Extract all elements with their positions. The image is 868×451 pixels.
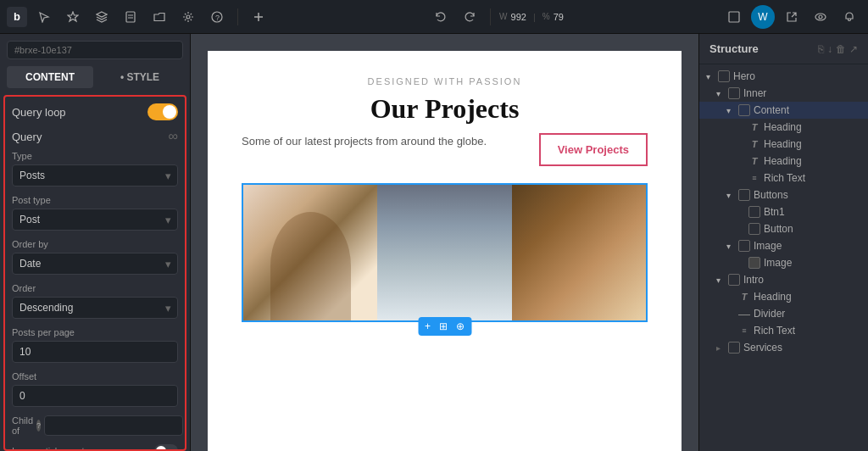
box-icon-services — [728, 342, 740, 354]
offset-label: Offset — [12, 371, 178, 381]
tree-item-services[interactable]: ▸ Services — [699, 339, 868, 356]
chevron-content: ▾ — [726, 106, 737, 115]
tree-label-heading-3: Heading — [764, 155, 802, 167]
post-type-field: Post type Post — [12, 195, 178, 231]
layers-icon[interactable] — [722, 5, 746, 29]
expand-icon[interactable]: ↗ — [849, 43, 858, 55]
page-tool[interactable] — [119, 5, 142, 29]
structure-header: Structure ⎘ ↓ 🗑 ↗ — [699, 34, 868, 64]
tree-item-intro-rich-text[interactable]: ≡ Rich Text — [699, 322, 868, 339]
query-loop-toggle[interactable] — [147, 103, 178, 120]
chevron-inner: ▾ — [716, 89, 726, 98]
type-select[interactable]: Posts — [12, 164, 178, 187]
view-projects-button[interactable]: View Projects — [539, 133, 648, 166]
delete-icon[interactable]: 🗑 — [836, 43, 846, 55]
order-by-label: Order by — [12, 239, 178, 249]
tree-label-heading-1: Heading — [764, 121, 802, 133]
ppp-input[interactable] — [12, 341, 178, 363]
tree-item-image-group[interactable]: ▾ Image — [699, 237, 868, 254]
pct-value: 79 — [554, 12, 564, 22]
tree-label-heading-2: Heading — [764, 138, 802, 150]
tree-item-heading-1[interactable]: T Heading — [699, 119, 868, 136]
t-icon-intro-rt: ≡ — [738, 325, 750, 337]
order-select[interactable]: Descending — [12, 297, 178, 319]
post-type-select[interactable]: Post — [12, 209, 178, 231]
t-icon-rt: ≡ — [748, 172, 760, 184]
notifications-icon[interactable] — [837, 5, 861, 29]
query-section: Query loop Query ∞ Type Posts Post type … — [3, 95, 186, 451]
tree-label-divider: Divider — [754, 308, 785, 320]
external-link-icon[interactable] — [780, 5, 804, 29]
tree-item-intro-heading[interactable]: T Heading — [699, 288, 868, 305]
tree-label-intro-heading: Heading — [754, 291, 792, 303]
tree-label-content: Content — [754, 104, 789, 116]
tab-content[interactable]: CONTENT — [7, 66, 93, 88]
chevron-services: ▸ — [716, 343, 726, 353]
section-desc: Some of our latest projects from around … — [242, 133, 522, 151]
layers-tool[interactable] — [90, 5, 114, 29]
svg-rect-9 — [729, 12, 739, 22]
loop-grid-wrap: + ⊞ ⊕ — [242, 183, 648, 322]
separator — [237, 8, 238, 25]
child-of-label: Child of — [12, 415, 33, 436]
help-tool[interactable]: ? — [205, 5, 229, 29]
infinity-icon[interactable]: ∞ — [169, 129, 178, 144]
order-by-select[interactable]: Date — [12, 253, 178, 275]
star-tool[interactable] — [61, 5, 85, 29]
tree-item-divider[interactable]: — Divider — [699, 305, 868, 322]
separator2 — [490, 8, 491, 25]
child-of-help-icon[interactable]: ? — [36, 420, 41, 432]
order-label: Order — [12, 283, 178, 293]
svg-point-11 — [819, 15, 822, 19]
post-type-select-wrap: Post — [12, 209, 178, 231]
tree-item-hero[interactable]: ▾ Hero — [699, 68, 868, 85]
offset-input[interactable] — [12, 385, 178, 407]
structure-tree: ▾ Hero ▾ Inner ▾ Content T Heading — [699, 64, 868, 451]
post-type-label: Post type — [12, 195, 178, 205]
tree-item-content[interactable]: ▾ Content — [699, 102, 868, 119]
logo[interactable]: b — [7, 7, 27, 27]
tree-item-button[interactable]: Button — [699, 220, 868, 237]
tab-style[interactable]: • STYLE — [97, 66, 183, 88]
tree-label-image: Image — [764, 257, 792, 269]
wordpress-button[interactable]: W — [751, 5, 775, 29]
tree-label-buttons: Buttons — [754, 189, 788, 201]
ignore-sticky-toggle[interactable] — [154, 444, 178, 451]
type-field: Type Posts — [12, 151, 178, 187]
copy-icon[interactable]: ⎘ — [818, 43, 824, 55]
tree-item-heading-3[interactable]: T Heading — [699, 153, 868, 170]
box-icon-content — [738, 104, 750, 116]
right-panel: Structure ⎘ ↓ 🗑 ↗ ▾ Hero ▾ Inner — [698, 34, 868, 451]
settings-tool[interactable] — [176, 5, 200, 29]
child-of-input[interactable] — [44, 415, 183, 436]
tree-item-rich-text[interactable]: ≡ Rich Text — [699, 170, 868, 187]
box-icon-btn1 — [748, 206, 760, 218]
loop-add-button[interactable]: + — [421, 319, 434, 334]
child-of-row: Child of ? + — [12, 415, 178, 436]
download-icon[interactable]: ↓ — [827, 43, 832, 55]
folder-tool[interactable] — [147, 5, 171, 29]
box-icon-intro — [728, 274, 740, 286]
undo-tool[interactable] — [429, 5, 453, 29]
tree-item-image[interactable]: Image — [699, 254, 868, 271]
loop-grid — [243, 185, 646, 320]
ignore-sticky-label: Ignore sticky posts — [12, 446, 89, 451]
loop-grid-button[interactable]: ⊞ — [436, 319, 451, 334]
preview-icon[interactable] — [809, 5, 832, 29]
chevron-hero: ▾ — [706, 72, 716, 81]
tree-item-intro[interactable]: ▾ Intro — [699, 271, 868, 288]
dash-icon-divider: — — [738, 308, 750, 320]
dims-display: W 992 | % 79 — [499, 12, 564, 22]
add-tool[interactable] — [247, 5, 270, 29]
box-icon-buttons — [738, 189, 750, 201]
redo-tool[interactable] — [458, 5, 481, 29]
tree-item-btn1[interactable]: Btn1 — [699, 203, 868, 220]
section-body: Some of our latest projects from around … — [208, 133, 682, 183]
project-image-1 — [243, 185, 377, 320]
arrow-tool[interactable] — [32, 5, 56, 29]
tree-item-heading-2[interactable]: T Heading — [699, 136, 868, 153]
topbar: b ? W 992 | % 79 W — [0, 0, 868, 34]
tree-item-inner[interactable]: ▾ Inner — [699, 85, 868, 102]
tree-item-buttons[interactable]: ▾ Buttons — [699, 187, 868, 203]
loop-move-button[interactable]: ⊕ — [453, 319, 468, 334]
